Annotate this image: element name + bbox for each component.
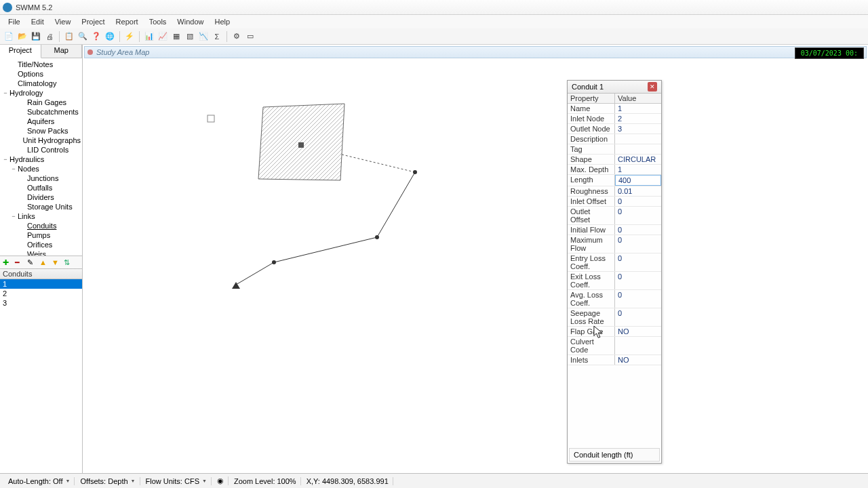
property-value[interactable]: 1 [615, 104, 661, 113]
property-row[interactable]: Culvert Code [568, 337, 661, 355]
property-row[interactable]: Avg. Loss Coeff.0 [568, 290, 661, 308]
sum-icon[interactable]: Σ [211, 30, 223, 43]
property-value[interactable]: 2 [615, 114, 661, 123]
property-value[interactable]: 0 [615, 197, 661, 206]
menu-report[interactable]: Report [111, 16, 144, 27]
delete-icon[interactable]: ━ [15, 258, 23, 266]
property-value[interactable]: 0 [615, 235, 661, 253]
property-value[interactable]: 0 [615, 253, 661, 271]
property-row[interactable]: Inlet Offset0 [568, 197, 661, 207]
tree-node-dividers[interactable]: Dividers [0, 192, 82, 202]
property-row[interactable]: Inlet Node2 [568, 114, 661, 124]
tree-node-conduits[interactable]: Conduits [0, 221, 82, 230]
property-row[interactable]: Outlet Offset0 [568, 207, 661, 225]
arrange-icon[interactable]: ▭ [244, 30, 256, 43]
property-value[interactable]: 0 [615, 290, 661, 308]
tab-project[interactable]: Project [0, 45, 41, 58]
down-icon[interactable]: ▼ [52, 258, 60, 266]
status-auto-length[interactable]: Auto-Length: Off▼ [4, 477, 75, 485]
tree-node-hydrology[interactable]: −Hydrology [0, 88, 82, 98]
tree-node-outfalls[interactable]: Outfalls [0, 183, 82, 192]
tree-node-unit-hydrographs[interactable]: Unit Hydrographs [0, 136, 82, 145]
find-icon[interactable]: 🔍 [77, 30, 89, 43]
property-row[interactable]: Length400 [568, 175, 661, 186]
property-row[interactable]: Seepage Loss Rate0 [568, 308, 661, 327]
tree-expander-icon[interactable]: − [1, 89, 9, 96]
menu-project[interactable]: Project [76, 16, 110, 27]
property-value[interactable]: 0 [615, 207, 661, 224]
tree-node-title-notes[interactable]: Title/Notes [0, 60, 82, 69]
tree-node-junctions[interactable]: Junctions [0, 174, 82, 183]
tree-expander-icon[interactable]: − [9, 213, 18, 220]
property-value[interactable]: NO [615, 355, 661, 365]
map-canvas[interactable]: Conduit 1 ✕ Property Value Name1Inlet No… [85, 60, 865, 470]
run-icon[interactable]: ⚡ [123, 30, 136, 43]
property-row[interactable]: Flap GateNO [568, 327, 661, 337]
property-value[interactable]: CIRCULAR [615, 155, 661, 164]
tree-node-weirs[interactable]: Weirs [0, 249, 82, 256]
project-tree[interactable]: Title/NotesOptionsClimatology−HydrologyR… [0, 58, 82, 256]
up-icon[interactable]: ▲ [39, 258, 47, 266]
property-row[interactable]: Entry Loss Coeff.0 [568, 253, 661, 272]
tree-node-climatology[interactable]: Climatology [0, 79, 82, 88]
query-icon[interactable]: ❓ [90, 30, 102, 43]
property-row[interactable]: InletsNO [568, 355, 661, 365]
property-row[interactable]: Outlet Node3 [568, 124, 661, 134]
edit-icon[interactable]: ✎ [27, 258, 35, 266]
tree-node-links[interactable]: −Links [0, 211, 82, 221]
property-value[interactable] [615, 144, 661, 154]
subcatchment-polygon[interactable] [258, 104, 344, 180]
property-editor-panel[interactable]: Conduit 1 ✕ Property Value Name1Inlet No… [567, 80, 662, 464]
open-file-icon[interactable]: 📂 [16, 30, 28, 43]
list-item[interactable]: 3 [0, 298, 82, 308]
property-value[interactable]: 1 [615, 165, 661, 174]
menu-tools[interactable]: Tools [144, 16, 172, 27]
conduit-link[interactable] [274, 237, 377, 262]
menu-file[interactable]: File [3, 16, 26, 27]
tab-map[interactable]: Map [41, 45, 83, 58]
tree-node-orifices[interactable]: Orifices [0, 240, 82, 249]
property-value[interactable] [615, 134, 661, 144]
property-value[interactable]: 0 [615, 308, 661, 326]
copy-icon[interactable]: 📋 [63, 30, 75, 43]
property-value[interactable]: 0 [615, 225, 661, 235]
tree-node-hydraulics[interactable]: −Hydraulics [0, 155, 82, 164]
new-file-icon[interactable]: 📄 [3, 30, 15, 43]
stats-icon[interactable]: 📉 [197, 30, 210, 43]
map-window-title[interactable]: Study Area Map [84, 46, 867, 58]
property-value[interactable]: 0.01 [615, 186, 661, 196]
property-row[interactable]: Roughness0.01 [568, 186, 661, 197]
globe-icon[interactable]: 🌐 [104, 30, 116, 43]
print-icon[interactable]: 🖨 [43, 30, 56, 43]
list-item[interactable]: 1 [0, 279, 82, 289]
tree-expander-icon[interactable]: − [9, 165, 18, 172]
table-icon[interactable]: ▦ [170, 30, 182, 43]
subcatchment-centroid[interactable] [298, 142, 304, 148]
property-row[interactable]: Max. Depth1 [568, 165, 661, 175]
tree-node-pumps[interactable]: Pumps [0, 230, 82, 240]
property-row[interactable]: Maximum Flow0 [568, 235, 661, 253]
save-icon[interactable]: 💾 [30, 30, 42, 43]
item-list[interactable]: 123 [0, 279, 82, 474]
tree-node-rain-gages[interactable]: Rain Gages [0, 98, 82, 107]
list-item[interactable]: 2 [0, 289, 82, 298]
status-report-icon[interactable]: 📊 [143, 30, 155, 43]
property-value[interactable]: NO [615, 327, 661, 336]
property-value[interactable]: 0 [615, 272, 661, 289]
sort-icon[interactable]: ⇅ [64, 258, 72, 266]
conduit-link[interactable] [377, 172, 415, 237]
tree-node-options[interactable]: Options [0, 69, 82, 79]
profile-icon[interactable]: ▧ [184, 30, 196, 43]
property-value[interactable]: 3 [615, 124, 661, 134]
tree-node-lid-controls[interactable]: LID Controls [0, 145, 82, 155]
tree-node-aquifers[interactable]: Aquifers [0, 117, 82, 126]
graph-icon[interactable]: 📈 [157, 30, 169, 43]
property-row[interactable]: Name1 [568, 104, 661, 114]
options-icon[interactable]: ⚙ [231, 30, 243, 43]
menu-view[interactable]: View [50, 16, 77, 27]
rain-gage-node[interactable] [208, 115, 214, 122]
property-row[interactable]: Exit Loss Coeff.0 [568, 272, 661, 290]
property-row[interactable]: ShapeCIRCULAR [568, 155, 661, 165]
tree-node-snow-packs[interactable]: Snow Packs [0, 126, 82, 136]
menu-help[interactable]: Help [209, 16, 235, 27]
